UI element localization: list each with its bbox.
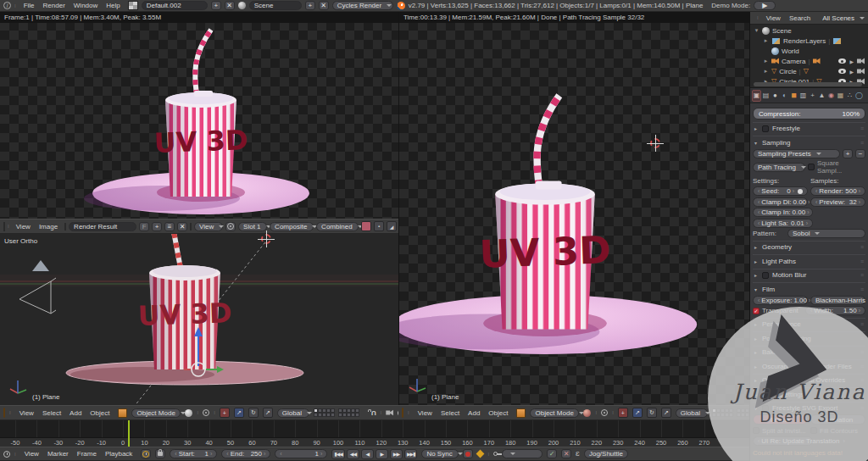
editor-type-3dview-icon[interactable] — [3, 408, 5, 418]
keying-icon[interactable] — [476, 450, 485, 458]
fake-user-button[interactable]: F — [139, 222, 149, 231]
snap-dropdown-arrows[interactable]: ⁞ — [381, 410, 382, 415]
renderability-camera-icon[interactable] — [857, 58, 865, 65]
viewport-right-menu-object[interactable]: Object — [484, 409, 512, 417]
square-samples-toggle[interactable]: Square Sampl... — [808, 159, 865, 175]
props-tab-scene[interactable]: ● — [771, 90, 780, 102]
scene-add-button[interactable]: + — [305, 1, 315, 10]
props-tab-render-layers[interactable]: ▤ — [761, 90, 771, 102]
increment-arrow[interactable]: › — [806, 220, 808, 226]
props-tab-material[interactable]: ◉ — [826, 90, 836, 102]
props-tab-modifiers[interactable]: + — [808, 90, 817, 102]
3d-cursor[interactable] — [261, 234, 271, 244]
pin-icon[interactable] — [225, 222, 236, 231]
viewport-right-menu-select[interactable]: Select — [437, 409, 464, 417]
props-tab-physics[interactable]: ◯ — [854, 90, 864, 102]
render-layer-select[interactable]: View — [194, 222, 223, 231]
keying-set-select[interactable] — [502, 449, 542, 458]
unpack-image-button[interactable]: ≡ — [164, 222, 175, 231]
preset-remove-button[interactable]: − — [855, 149, 865, 158]
pass-select[interactable]: Combined — [316, 222, 359, 231]
auto-keyframe-record-button[interactable] — [463, 449, 473, 458]
decrement-arrow[interactable]: ‹ — [758, 199, 760, 205]
viewport-right-menu-view[interactable]: View — [414, 409, 437, 417]
timeline-menu-playback[interactable]: Playback — [101, 450, 136, 458]
keying-dropdown-arrows[interactable]: ⁞ — [487, 452, 489, 457]
manipulator-widget[interactable] — [0, 234, 398, 405]
viewport-left-menu-select[interactable]: Select — [38, 409, 65, 417]
viewport-3d-left[interactable]: User Ortho (1) Plane — [0, 234, 398, 405]
props-tab-world[interactable]: ◐ — [780, 90, 789, 102]
insert-keyframe-button[interactable]: ✓ — [547, 449, 557, 458]
mode-select[interactable]: Object Mode — [530, 408, 579, 418]
decrement-arrow[interactable]: ‹ — [758, 220, 760, 226]
editor-type-3dview-icon[interactable] — [402, 408, 403, 418]
panel-film[interactable]: ▾Film≡ — [753, 282, 865, 294]
selectability-arrow-icon[interactable]: ▶ — [849, 58, 854, 64]
panel-geometry[interactable]: ▸Geometry≡ — [753, 241, 865, 253]
expand-toggle-icon[interactable]: ▸ — [763, 58, 769, 64]
outliner-item-circle[interactable]: ▸▽Circle|▽▶ — [750, 66, 868, 76]
info-editor-icon[interactable]: i — [3, 2, 11, 9]
decrement-arrow[interactable]: ‹ — [815, 188, 817, 194]
image-editor-menu-view[interactable]: View — [12, 223, 35, 230]
timeline-menu-frame[interactable]: Frame — [73, 450, 101, 458]
prev-keyframe-button[interactable]: ◀◀ — [347, 449, 359, 459]
transform-orientation-select[interactable]: Global — [277, 408, 309, 418]
compression-slider[interactable]: Compression:100% — [753, 108, 865, 119]
timeline-canvas[interactable] — [0, 420, 749, 437]
props-tab-particles[interactable]: ∴ — [845, 90, 854, 102]
panel-light-paths[interactable]: ▸Light Paths≡ — [753, 254, 865, 266]
start-frame-field[interactable]: ‹Start:1› — [170, 449, 217, 458]
render-slot-select[interactable]: Slot 1 — [238, 222, 267, 231]
image-editor-menu-image[interactable]: Image — [35, 223, 62, 230]
anim-decorator-icon[interactable] — [798, 189, 803, 194]
topbar-menu-window[interactable]: Window — [70, 2, 102, 9]
props-tab-constraints[interactable]: ▥ — [798, 90, 808, 102]
scene-delete-button[interactable]: ✕ — [319, 1, 329, 10]
viewport-3d-right[interactable]: Time:00:13.39 | Mem:21.59M, Peak:21.60M … — [398, 12, 749, 405]
editor-menu-arrows[interactable]: ⁞ — [408, 410, 409, 415]
manipulator-rotate-button[interactable]: ↗ — [632, 408, 643, 418]
demo-play-button[interactable]: ▶ — [754, 1, 776, 10]
screen-delete-button[interactable]: ✕ — [225, 1, 235, 10]
jump-to-start-button[interactable]: ▮◀◀ — [331, 449, 345, 459]
topbar-menu-help[interactable]: Help — [102, 2, 124, 9]
render-engine-select[interactable]: Cycles Render — [332, 1, 393, 10]
panel-motion-blur[interactable]: ▸Motion Blur≡ — [753, 269, 865, 280]
screen-layout-field[interactable]: Default.002 — [142, 1, 208, 10]
close-image-button[interactable]: ✕ — [177, 222, 187, 231]
pivot-dropdown-arrows[interactable]: ⁞ — [214, 410, 215, 415]
expand-toggle-icon[interactable]: ▾ — [754, 27, 760, 34]
integrator-select[interactable]: Path Tracing — [753, 163, 805, 172]
viewport-left-menu-view[interactable]: View — [15, 409, 38, 417]
pivot-center-icon[interactable] — [601, 409, 608, 416]
outliner-item-renderlayers[interactable]: ▸RenderLayers| — [750, 36, 868, 46]
props-tab-object[interactable]: ◼ — [789, 90, 798, 102]
new-image-button[interactable]: + — [152, 222, 162, 231]
timeline-menu-view[interactable]: View — [20, 450, 43, 458]
decrement-arrow[interactable]: ‹ — [758, 297, 760, 303]
image-browse-icon[interactable] — [64, 223, 66, 230]
image-editor-canvas[interactable]: Frame:1 | Time:08:57.09 | Mem:3.40M, Pea… — [0, 12, 398, 219]
number-field-render[interactable]: ‹Render:500› — [810, 186, 865, 196]
number-field-exposure[interactable]: ‹Exposure:1.00› — [753, 296, 808, 305]
screen-layout-icon[interactable] — [128, 1, 138, 10]
viewport-left-menu-object[interactable]: Object — [86, 409, 114, 417]
end-frame-field[interactable]: ‹End:250› — [221, 449, 270, 458]
increment-arrow[interactable]: › — [859, 199, 860, 205]
manipulator-extra-button[interactable]: ↗ — [661, 408, 671, 418]
viewport-shading-icon[interactable] — [185, 409, 192, 417]
play-reverse-button[interactable]: ◀ — [361, 449, 374, 459]
increment-arrow[interactable]: › — [807, 209, 809, 215]
mode-select[interactable]: Object Mode — [131, 408, 181, 418]
lock-time-button[interactable] — [155, 449, 165, 458]
increment-arrow[interactable]: › — [859, 308, 860, 314]
channel-color-button[interactable] — [361, 221, 371, 231]
manipulator-translate-button[interactable]: + — [618, 408, 628, 418]
play-button[interactable]: ▶ — [376, 449, 388, 459]
manipulator-scale-button[interactable]: ↻ — [647, 408, 657, 418]
viewport-left-menu-add[interactable]: Add — [65, 409, 86, 417]
increment-arrow[interactable]: › — [859, 188, 860, 194]
jump-to-end-button[interactable]: ▶▶▮ — [404, 449, 418, 459]
